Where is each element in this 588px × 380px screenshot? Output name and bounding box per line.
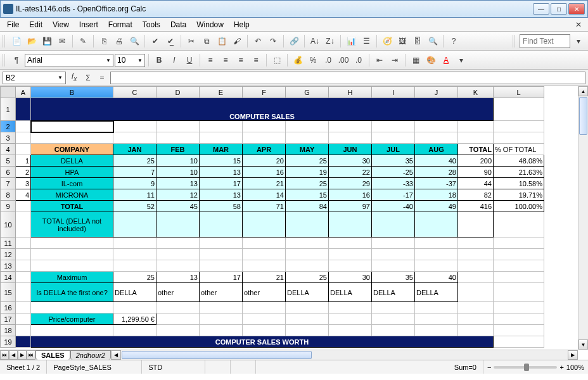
paste-button[interactable]: 📋 — [215, 34, 229, 48]
italic-button[interactable]: I — [167, 53, 181, 67]
font-name-combo[interactable]: Arial▼ — [25, 54, 113, 67]
tab-prev-button[interactable]: ◀ — [9, 350, 18, 360]
col-header[interactable]: A — [16, 87, 31, 98]
format-paint-button[interactable]: 🖌 — [230, 34, 244, 48]
preview-button[interactable]: 🔍 — [127, 34, 141, 48]
copy-button[interactable]: ⧉ — [200, 34, 214, 48]
toolbar-grip[interactable] — [3, 35, 6, 48]
menu-edit[interactable]: Edit — [25, 19, 47, 30]
menu-format[interactable]: Format — [104, 19, 137, 30]
styles-button[interactable]: ¶ — [10, 53, 23, 67]
autospell-button[interactable]: ✔̲ — [163, 34, 177, 48]
email-button[interactable]: ✉ — [55, 34, 69, 48]
menu-window[interactable]: Window — [192, 19, 228, 30]
close-button[interactable]: ✕ — [568, 3, 585, 15]
bold-button[interactable]: B — [152, 53, 166, 67]
col-header[interactable]: G — [286, 87, 329, 98]
equals-button[interactable]: = — [96, 72, 108, 84]
toolbar-grip[interactable] — [3, 54, 6, 66]
del-decimal-button[interactable]: .0 — [352, 53, 366, 67]
tab-last-button[interactable]: ⏭ — [27, 350, 35, 360]
underline-button[interactable]: U — [182, 53, 196, 67]
sum-button[interactable]: Σ — [82, 72, 94, 84]
maximize-button[interactable]: □ — [551, 3, 567, 15]
vertical-scrollbar[interactable]: ▲ ▼ — [578, 86, 588, 350]
zoom-in-button[interactable]: + — [559, 364, 563, 371]
spellcheck-button[interactable]: ✔ — [148, 34, 162, 48]
number-button[interactable]: .0 — [321, 53, 335, 67]
align-center-button[interactable]: ≡ — [219, 53, 233, 67]
merge-button[interactable]: ⬚ — [270, 53, 284, 67]
sort-desc-button[interactable]: Z↓ — [323, 34, 337, 48]
edit-doc-button[interactable]: ✎ — [76, 34, 90, 48]
cut-button[interactable]: ✂ — [184, 34, 198, 48]
col-header[interactable]: K — [458, 87, 494, 98]
percent-button[interactable]: % — [306, 53, 320, 67]
menu-close-doc-button[interactable]: ✕ — [572, 18, 585, 32]
save-button[interactable]: 💾 — [40, 34, 54, 48]
menu-view[interactable]: View — [48, 19, 74, 30]
open-button[interactable]: 📂 — [25, 34, 39, 48]
find-grip[interactable] — [513, 35, 516, 48]
toolbar-overflow[interactable]: ▾ — [454, 53, 468, 67]
find-input[interactable] — [520, 34, 570, 48]
align-left-button[interactable]: ≡ — [203, 53, 217, 67]
col-header[interactable]: I — [372, 87, 415, 98]
scroll-up-button[interactable]: ▲ — [578, 86, 588, 96]
pdf-button[interactable]: ⎘ — [97, 34, 111, 48]
undo-button[interactable]: ↶ — [251, 34, 265, 48]
tab-next-button[interactable]: ▶ — [18, 350, 27, 360]
menu-help[interactable]: Help — [229, 19, 254, 30]
selected-cell[interactable] — [31, 121, 113, 132]
status-sum[interactable]: Sum=0 — [256, 360, 483, 374]
zoom-out-button[interactable]: − — [487, 364, 491, 371]
toolbar-overflow[interactable]: ▾ — [572, 34, 585, 48]
menu-tools[interactable]: Tools — [138, 19, 165, 30]
col-header[interactable]: J — [415, 87, 458, 98]
scroll-right-button[interactable]: ▶ — [568, 350, 578, 360]
col-header[interactable]: H — [329, 87, 372, 98]
col-header[interactable]: L — [494, 87, 544, 98]
datasources-button[interactable]: 🗄 — [411, 34, 425, 48]
zoom-button[interactable]: 🔍 — [426, 34, 440, 48]
tab-2ndhour2[interactable]: 2ndhour2 — [70, 350, 112, 360]
cell-reference[interactable]: B2▼ — [3, 72, 66, 84]
tab-first-button[interactable]: ⏮ — [0, 350, 9, 360]
align-justify-button[interactable]: ≡ — [249, 53, 263, 67]
sort-asc-button[interactable]: A↓ — [308, 34, 322, 48]
help-button[interactable]: ? — [447, 34, 461, 48]
row-header[interactable]: 2 — [1, 121, 16, 132]
spreadsheet-grid[interactable]: ABCDEFGHIJKL1COMPUTER SALES234COMPANYJAN… — [0, 86, 544, 348]
function-wizard-button[interactable]: fx — [68, 72, 80, 84]
scroll-thumb[interactable] — [122, 351, 312, 359]
chart-button[interactable]: 📊 — [344, 34, 358, 48]
menu-data[interactable]: Data — [166, 19, 191, 30]
tab-sales[interactable]: SALES — [35, 350, 70, 360]
col-header[interactable]: E — [200, 87, 243, 98]
borders-button[interactable]: ▦ — [409, 53, 423, 67]
menu-insert[interactable]: Insert — [75, 19, 103, 30]
col-header[interactable]: D — [157, 87, 200, 98]
horizontal-scrollbar[interactable]: ◀ ▶ — [111, 350, 578, 360]
inc-indent-button[interactable]: ⇥ — [388, 53, 402, 67]
col-header[interactable]: B — [31, 87, 113, 98]
zoom-slider[interactable] — [494, 366, 557, 369]
col-header[interactable]: C — [113, 87, 157, 98]
minimize-button[interactable]: — — [533, 3, 549, 15]
font-size-combo[interactable]: 10▼ — [115, 54, 145, 67]
scroll-down-button[interactable]: ▼ — [578, 339, 588, 350]
gallery-button[interactable]: 🖼 — [395, 34, 409, 48]
formula-input[interactable] — [110, 72, 585, 84]
scroll-left-button[interactable]: ◀ — [111, 350, 121, 360]
menu-file[interactable]: File — [3, 19, 23, 30]
hyperlink-button[interactable]: 🔗 — [287, 34, 301, 48]
row-header[interactable]: 1 — [1, 98, 16, 121]
redo-button[interactable]: ↷ — [266, 34, 280, 48]
bgcolor-button[interactable]: 🎨 — [424, 53, 438, 67]
align-right-button[interactable]: ≡ — [234, 53, 248, 67]
navigator-button[interactable]: 🧭 — [380, 34, 394, 48]
print-button[interactable]: 🖨 — [112, 34, 126, 48]
add-decimal-button[interactable]: .00 — [336, 53, 350, 67]
dec-indent-button[interactable]: ⇤ — [373, 53, 387, 67]
fontcolor-button[interactable]: A — [439, 53, 453, 67]
